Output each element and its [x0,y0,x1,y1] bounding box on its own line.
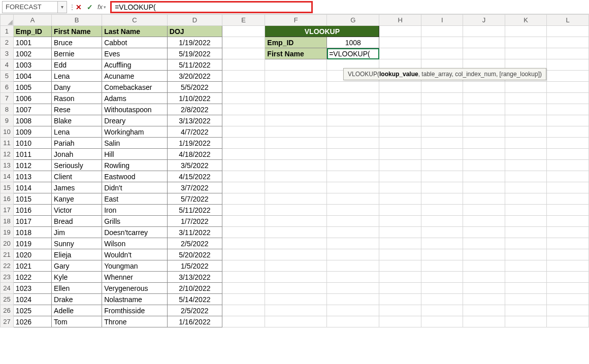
cell-F18[interactable] [265,216,327,227]
row-header-20[interactable]: 20 [1,238,14,249]
cell-I6[interactable] [421,82,463,93]
cell-B17[interactable]: Victor [52,205,102,216]
cell-E15[interactable] [222,182,265,193]
cell-C23[interactable]: Whenner [102,272,168,283]
cell-D23[interactable]: 3/13/2022 [167,272,222,283]
cell-E11[interactable] [222,138,265,149]
cell-C4[interactable]: Acuffling [102,59,168,71]
cell-A2[interactable]: 1001 [13,37,51,48]
row-header-4[interactable]: 4 [1,59,14,71]
cell-K9[interactable] [505,115,547,126]
cell-J11[interactable] [463,138,505,149]
cell-H10[interactable] [379,126,421,138]
cell-F12[interactable] [265,149,327,160]
cell-D6[interactable]: 5/5/2022 [167,82,222,93]
row-header-22[interactable]: 22 [1,260,14,272]
cell-H13[interactable] [379,160,421,171]
cell-A15[interactable]: 1014 [13,182,51,193]
cell-G22[interactable] [327,260,379,272]
cell-E3[interactable] [222,48,265,59]
cell-J13[interactable] [463,160,505,171]
cell-C6[interactable]: Comebackaser [102,82,168,93]
row-header-6[interactable]: 6 [1,82,14,93]
cell-J22[interactable] [463,260,505,272]
row-header-26[interactable]: 26 [1,305,14,316]
cell-A22[interactable]: 1021 [13,260,51,272]
cell-H19[interactable] [379,227,421,238]
cell-L24[interactable] [547,283,589,294]
cell-D7[interactable]: 1/10/2022 [167,93,222,104]
cell-F13[interactable] [265,160,327,171]
cell-D2[interactable]: 1/19/2022 [167,37,222,48]
cell-L27[interactable] [547,316,589,327]
cell-L3[interactable] [547,48,589,59]
cell-H20[interactable] [379,238,421,249]
cell-L13[interactable] [547,160,589,171]
cell-F14[interactable] [265,171,327,182]
cell-E10[interactable] [222,126,265,138]
cell-F24[interactable] [265,283,327,294]
col-header-H[interactable]: H [379,15,421,26]
cell-G7[interactable] [327,93,379,104]
row-header-21[interactable]: 21 [1,249,14,260]
cell-K22[interactable] [505,260,547,272]
cell-I26[interactable] [421,305,463,316]
cell-H16[interactable] [379,193,421,205]
cell-E5[interactable] [222,71,265,82]
cell-J27[interactable] [463,316,505,327]
row-header-7[interactable]: 7 [1,93,14,104]
cell-F4[interactable] [265,59,327,71]
cell-A26[interactable]: 1025 [13,305,51,316]
row-header-3[interactable]: 3 [1,48,14,59]
cell-I10[interactable] [421,126,463,138]
cell-K21[interactable] [505,249,547,260]
cell-G15[interactable] [327,182,379,193]
cell-K16[interactable] [505,193,547,205]
cell-B16[interactable]: Kanye [52,193,102,205]
cell-C9[interactable]: Dreary [102,115,168,126]
row-header-1[interactable]: 1 [1,26,14,37]
cell-K6[interactable] [505,82,547,93]
cell-J26[interactable] [463,305,505,316]
cell-B15[interactable]: James [52,182,102,193]
cell-J3[interactable] [463,48,505,59]
cell-L14[interactable] [547,171,589,182]
cell-A6[interactable]: 1005 [13,82,51,93]
cell-F25[interactable] [265,294,327,305]
cell-I2[interactable] [421,37,463,48]
cell-A25[interactable]: 1024 [13,294,51,305]
cell-C3[interactable]: Eves [102,48,168,59]
cell-A14[interactable]: 1013 [13,171,51,182]
cell-I3[interactable] [421,48,463,59]
cell-E27[interactable] [222,316,265,327]
cell-E7[interactable] [222,93,265,104]
cell-F8[interactable] [265,104,327,115]
cell-A20[interactable]: 1019 [13,238,51,249]
cell-F11[interactable] [265,138,327,149]
cell-G21[interactable] [327,249,379,260]
cell-J19[interactable] [463,227,505,238]
cell-E6[interactable] [222,82,265,93]
fx-dropdown-icon[interactable]: ▾ [104,5,106,10]
cell-D22[interactable]: 1/5/2022 [167,260,222,272]
cell-G10[interactable] [327,126,379,138]
cell-C27[interactable]: Throne [102,316,168,327]
cell-H9[interactable] [379,115,421,126]
cell-B9[interactable]: Blake [52,115,102,126]
col-header-C[interactable]: C [102,15,168,26]
cell-G25[interactable] [327,294,379,305]
cell-L17[interactable] [547,205,589,216]
cell-L26[interactable] [547,305,589,316]
cell-C25[interactable]: Nolastname [102,294,168,305]
cell-L19[interactable] [547,227,589,238]
cell-I17[interactable] [421,205,463,216]
cell-F9[interactable] [265,115,327,126]
cell-I8[interactable] [421,104,463,115]
cell-D12[interactable]: 4/18/2022 [167,149,222,160]
cell-D17[interactable]: 5/11/2022 [167,205,222,216]
cell-K1[interactable] [505,26,547,37]
cell-A8[interactable]: 1007 [13,104,51,115]
cell-K11[interactable] [505,138,547,149]
cell-H17[interactable] [379,205,421,216]
cell-K7[interactable] [505,93,547,104]
